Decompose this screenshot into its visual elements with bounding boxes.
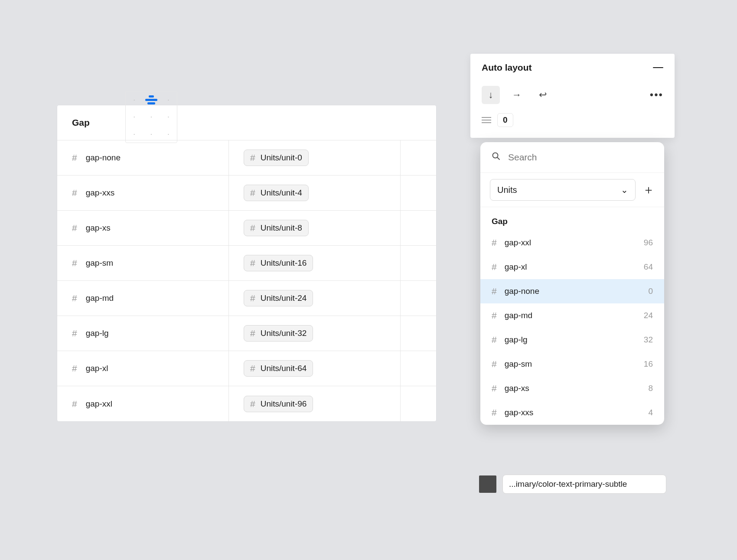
svg-point-0 — [493, 153, 498, 158]
option-name: gap-xs — [505, 384, 529, 393]
variable-option[interactable]: #gap-xs8 — [480, 376, 664, 400]
search-icon — [492, 152, 500, 163]
hash-icon: # — [492, 383, 497, 394]
unit-tag[interactable]: #Units/unit-96 — [244, 396, 313, 412]
table-row[interactable]: #gap-sm#Units/unit-16 — [57, 246, 436, 281]
unit-tag[interactable]: #Units/unit-4 — [244, 185, 309, 201]
hash-icon: # — [72, 328, 77, 339]
option-name: gap-xxl — [505, 238, 531, 247]
direction-vertical-button[interactable]: ↓ — [482, 86, 500, 104]
unit-label: Units/unit-96 — [261, 399, 307, 409]
variable-name-cell: #gap-none — [57, 140, 229, 175]
variable-option[interactable]: #gap-xxs4 — [480, 400, 664, 425]
variable-option[interactable]: #gap-xxl96 — [480, 231, 664, 255]
variable-name-cell: #gap-md — [57, 281, 229, 316]
variable-name-cell: #gap-xl — [57, 351, 229, 386]
color-variable-row: ...imary/color-text-primary-subtle — [479, 474, 666, 495]
variable-name-cell: #gap-lg — [57, 316, 229, 351]
color-variable-chip[interactable]: ...imary/color-text-primary-subtle — [502, 475, 666, 494]
unit-tag[interactable]: #Units/unit-16 — [244, 255, 313, 271]
collection-select-label: Units — [497, 185, 517, 195]
hash-icon: # — [72, 399, 77, 409]
option-value: 8 — [648, 384, 653, 393]
empty-cell — [401, 351, 436, 386]
collection-select[interactable]: Units ⌄ — [490, 179, 636, 201]
option-value: 16 — [644, 359, 653, 369]
option-value: 32 — [644, 335, 653, 345]
variable-name-cell: #gap-xxs — [57, 176, 229, 210]
unit-label: Units/unit-16 — [261, 258, 307, 268]
search-row — [480, 142, 664, 173]
alignment-grid[interactable]: • • ••• ••• — [125, 91, 177, 143]
variable-option[interactable]: #gap-xl64 — [480, 255, 664, 279]
option-name: gap-xl — [505, 262, 527, 272]
table-row[interactable]: #gap-xl#Units/unit-64 — [57, 351, 436, 386]
search-input[interactable] — [508, 152, 653, 163]
empty-cell — [401, 386, 436, 421]
hash-icon: # — [250, 188, 255, 198]
create-variable-button[interactable]: ＋ — [642, 184, 655, 196]
hash-icon: # — [250, 258, 255, 268]
variable-value-cell: #Units/unit-4 — [229, 176, 401, 210]
hash-icon: # — [72, 153, 77, 163]
variable-value-cell: #Units/unit-0 — [229, 140, 401, 175]
hash-icon: # — [72, 188, 77, 198]
hash-icon: # — [250, 293, 255, 303]
variable-name: gap-md — [86, 293, 114, 303]
empty-cell — [401, 211, 436, 245]
variable-value-cell: #Units/unit-16 — [229, 246, 401, 280]
variable-name-cell: #gap-xxl — [57, 386, 229, 421]
hash-icon: # — [492, 262, 497, 272]
variable-option[interactable]: #gap-lg32 — [480, 328, 664, 352]
table-row[interactable]: #gap-xxl#Units/unit-96 — [57, 386, 436, 421]
table-row[interactable]: #gap-lg#Units/unit-32 — [57, 316, 436, 351]
unit-label: Units/unit-8 — [261, 223, 302, 233]
variable-name: gap-xs — [86, 223, 111, 233]
hash-icon: # — [250, 223, 255, 233]
option-name: gap-sm — [505, 359, 532, 369]
unit-tag[interactable]: #Units/unit-64 — [244, 360, 313, 377]
gap-value-input[interactable]: 0 — [497, 113, 513, 127]
option-name: gap-xxs — [505, 408, 534, 417]
empty-cell — [401, 281, 436, 316]
variable-value-cell: #Units/unit-64 — [229, 351, 401, 386]
empty-cell — [401, 246, 436, 280]
hash-icon: # — [492, 310, 497, 321]
variable-name-cell: #gap-xs — [57, 211, 229, 245]
unit-tag[interactable]: #Units/unit-32 — [244, 325, 313, 342]
direction-wrap-button[interactable]: ↩ — [534, 86, 552, 104]
table-row[interactable]: #gap-xxs#Units/unit-4 — [57, 176, 436, 211]
gap-variable-table: Gap #gap-none#Units/unit-0#gap-xxs#Units… — [57, 105, 436, 421]
variable-option[interactable]: #gap-md24 — [480, 303, 664, 328]
direction-horizontal-button[interactable]: → — [508, 86, 526, 104]
table-row[interactable]: #gap-none#Units/unit-0 — [57, 140, 436, 176]
option-name: gap-lg — [505, 335, 528, 345]
hash-icon: # — [72, 258, 77, 268]
unit-label: Units/unit-24 — [261, 293, 307, 303]
unit-tag[interactable]: #Units/unit-24 — [244, 290, 313, 306]
more-options-icon[interactable]: ••• — [650, 89, 663, 101]
auto-layout-panel: Auto layout ↓ → ↩ ••• 0 — [470, 54, 675, 138]
hash-icon: # — [250, 363, 255, 374]
gap-field: 0 — [470, 108, 675, 132]
hash-icon: # — [492, 359, 497, 369]
collapse-icon[interactable] — [653, 67, 663, 68]
unit-tag[interactable]: #Units/unit-8 — [244, 220, 309, 236]
hash-icon: # — [492, 407, 497, 418]
hash-icon: # — [492, 335, 497, 345]
unit-label: Units/unit-64 — [261, 364, 307, 373]
empty-cell — [401, 316, 436, 351]
variable-option[interactable]: #gap-sm16 — [480, 352, 664, 376]
table-row[interactable]: #gap-xs#Units/unit-8 — [57, 211, 436, 246]
unit-tag[interactable]: #Units/unit-0 — [244, 150, 309, 166]
options-list: #gap-xxl96#gap-xl64#gap-none0#gap-md24#g… — [480, 231, 664, 425]
variable-option[interactable]: #gap-none0 — [480, 279, 664, 303]
variable-name: gap-xxs — [86, 188, 115, 198]
panel-title: Auto layout — [482, 62, 532, 73]
hash-icon: # — [250, 328, 255, 339]
list-heading: Gap — [480, 207, 664, 231]
table-row[interactable]: #gap-md#Units/unit-24 — [57, 281, 436, 316]
gap-spacing-icon — [482, 117, 491, 123]
direction-row: ↓ → ↩ ••• — [470, 81, 675, 108]
hash-icon: # — [72, 223, 77, 233]
